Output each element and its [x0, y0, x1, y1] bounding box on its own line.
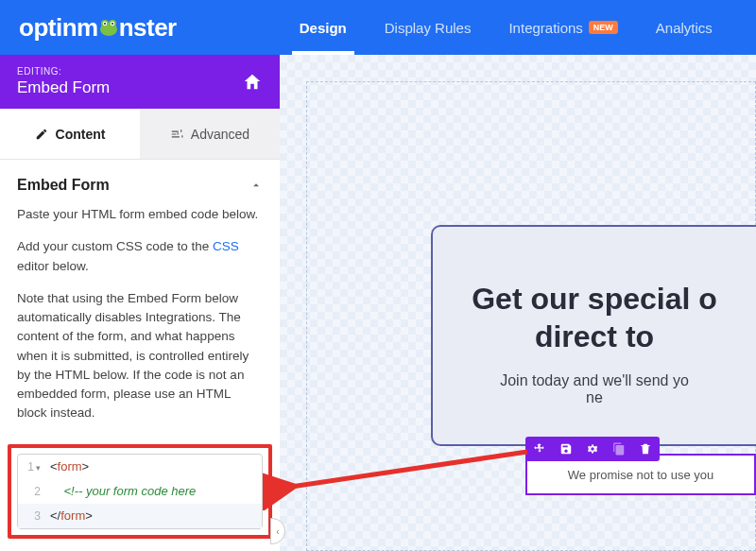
main-nav: Design Display Rules Integrations NEW An… — [300, 0, 713, 55]
gutter-line: 3 — [18, 509, 50, 523]
save-icon[interactable] — [559, 442, 573, 456]
brand-logo: optinmnster — [19, 13, 177, 43]
popup-heading: Get our special o direct to — [459, 280, 730, 355]
nav-display-rules[interactable]: Display Rules — [385, 0, 472, 55]
section-title: Embed Form — [17, 177, 110, 194]
nav-analytics[interactable]: Analytics — [656, 0, 713, 55]
svg-point-5 — [104, 23, 106, 25]
move-icon[interactable] — [533, 442, 546, 456]
help-text-3: Note that using the Embed Form below aut… — [17, 289, 263, 423]
pencil-icon — [35, 128, 48, 141]
gutter-line: 1▾ — [18, 460, 50, 474]
top-bar: optinmnster Design Display Rules Integra… — [0, 0, 756, 55]
popup-subtext: Join today and we'll send yo ne — [459, 372, 730, 406]
home-icon[interactable] — [242, 72, 263, 93]
tab-advanced[interactable]: Advanced — [140, 109, 280, 159]
block-toolbar — [525, 437, 660, 461]
gutter-line: 2 — [18, 485, 50, 498]
svg-point-6 — [112, 23, 113, 25]
css-link[interactable]: CSS — [213, 239, 239, 253]
sidebar-tabs: Content Advanced — [0, 109, 280, 160]
tab-advanced-label: Advanced — [191, 127, 249, 142]
popup-preview[interactable]: Get our special o direct to Join today a… — [431, 225, 756, 446]
code-highlight-box: 1▾ <form> 2 <!-- your form code here 3 <… — [8, 444, 272, 539]
chevron-up-icon — [249, 179, 263, 192]
help-text-1: Paste your HTML form embed code below. — [17, 205, 263, 224]
nav-design[interactable]: Design — [300, 0, 347, 55]
copy-icon[interactable] — [612, 442, 626, 456]
code-comment: <!-- your form code here — [63, 484, 196, 498]
section-body: Paste your HTML form embed code below. A… — [0, 205, 280, 437]
tab-content[interactable]: Content — [0, 109, 140, 159]
sidebar: EDITING: Embed Form Content Advanced Emb… — [0, 55, 280, 551]
section-header[interactable]: Embed Form — [0, 160, 280, 205]
gear-icon[interactable] — [586, 442, 599, 456]
editing-header: EDITING: Embed Form — [0, 55, 280, 109]
nav-integrations-label: Integrations — [508, 20, 582, 36]
editing-title: Embed Form — [17, 78, 110, 97]
trash-icon[interactable] — [639, 442, 652, 456]
new-badge: NEW — [589, 21, 618, 34]
sliders-icon — [170, 128, 183, 141]
editing-label: EDITING: — [17, 66, 110, 77]
promise-text: We promise not to use you — [568, 468, 713, 482]
nav-integrations[interactable]: Integrations NEW — [508, 0, 617, 55]
code-editor[interactable]: 1▾ <form> 2 <!-- your form code here 3 <… — [17, 454, 263, 529]
help-text-2: Add your custom CSS code to the CSS edit… — [17, 237, 263, 276]
tab-content-label: Content — [56, 127, 106, 142]
